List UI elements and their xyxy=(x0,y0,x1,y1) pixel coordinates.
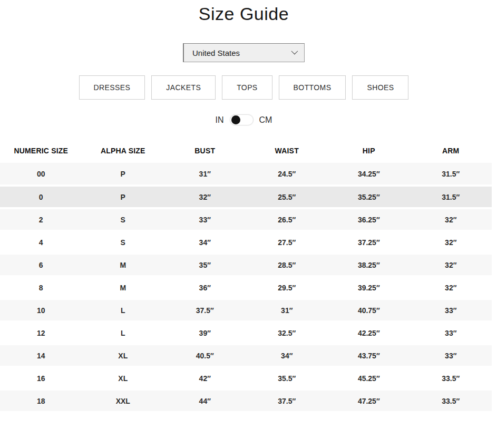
table-cell: 44″ xyxy=(164,389,246,412)
chevron-down-icon xyxy=(291,48,298,55)
category-tab-tops[interactable]: TOPS xyxy=(222,75,272,100)
table-cell: XXL xyxy=(82,389,164,412)
table-cell: 33″ xyxy=(410,299,492,322)
table-cell: 0 xyxy=(0,186,82,208)
table-cell: 37.25″ xyxy=(328,231,410,254)
table-cell: 12 xyxy=(0,322,82,344)
table-cell: P xyxy=(82,186,164,208)
category-tab-jackets[interactable]: JACKETS xyxy=(151,75,216,100)
table-cell: 24.5″ xyxy=(246,163,328,186)
table-row: 4S34″27.5″37.25″32″ xyxy=(0,231,492,254)
table-row: 16XL42″35.5″45.25″33.5″ xyxy=(0,367,492,389)
country-select-row: United States xyxy=(0,43,488,62)
table-cell: 18 xyxy=(0,389,82,412)
table-cell: L xyxy=(82,299,164,322)
table-cell: XL xyxy=(82,367,164,389)
table-cell: M xyxy=(82,276,164,299)
table-cell: S xyxy=(82,208,164,231)
table-cell: 31″ xyxy=(164,163,246,186)
column-header: BUST xyxy=(164,141,246,163)
category-tabs: DRESSESJACKETSTOPSBOTTOMSSHOES xyxy=(0,75,488,100)
table-cell: 47.25″ xyxy=(328,389,410,412)
toggle-knob xyxy=(231,115,240,124)
table-cell: P xyxy=(82,163,164,186)
table-cell: 33″ xyxy=(164,208,246,231)
size-table: NUMERIC SIZEALPHA SIZEBUSTWAISTHIPARM 00… xyxy=(0,141,492,413)
table-row: 12L39″32.5″42.25″33″ xyxy=(0,322,492,344)
column-header: ALPHA SIZE xyxy=(82,141,164,163)
table-cell: 37.5″ xyxy=(164,299,246,322)
table-cell: S xyxy=(82,231,164,254)
size-guide-panel: Size Guide United States DRESSESJACKETST… xyxy=(0,0,488,125)
unit-toggle-row: IN CM xyxy=(0,114,488,125)
country-select-value: United States xyxy=(192,48,240,57)
table-cell: 39.25″ xyxy=(328,276,410,299)
table-cell: 26.5″ xyxy=(246,208,328,231)
table-cell: 28.5″ xyxy=(246,254,328,276)
table-cell: 29.5″ xyxy=(246,276,328,299)
table-cell: 27.5″ xyxy=(246,231,328,254)
table-row: 0P32″25.5″35.25″31.5″ xyxy=(0,186,492,208)
table-row: 10L37.5″31″40.75″33″ xyxy=(0,299,492,322)
table-cell: 32″ xyxy=(164,186,246,208)
unit-label-cm[interactable]: CM xyxy=(259,115,272,125)
table-cell: 36.25″ xyxy=(328,208,410,231)
table-cell: 31″ xyxy=(246,299,328,322)
table-cell: M xyxy=(82,254,164,276)
table-cell: 36″ xyxy=(164,276,246,299)
table-cell: L xyxy=(82,322,164,344)
table-row: 8M36″29.5″39.25″32″ xyxy=(0,276,492,299)
table-cell: 40.5″ xyxy=(164,344,246,367)
table-cell: 34″ xyxy=(246,344,328,367)
table-cell: 33.5″ xyxy=(410,367,492,389)
table-cell: 14 xyxy=(0,344,82,367)
table-cell: 33″ xyxy=(410,322,492,344)
unit-toggle-switch[interactable] xyxy=(230,114,254,125)
table-cell: 35.5″ xyxy=(246,367,328,389)
page-title: Size Guide xyxy=(0,0,488,24)
table-cell: 31.5″ xyxy=(410,163,492,186)
unit-label-in[interactable]: IN xyxy=(216,115,224,125)
column-header: HIP xyxy=(328,141,410,163)
table-cell: 43.75″ xyxy=(328,344,410,367)
table-cell: 4 xyxy=(0,231,82,254)
table-cell: 32″ xyxy=(410,254,492,276)
table-row: 18XXL44″37.5″47.25″33.5″ xyxy=(0,389,492,412)
table-cell: 45.25″ xyxy=(328,367,410,389)
country-select[interactable]: United States xyxy=(183,43,305,62)
table-row: 6M35″28.5″38.25″32″ xyxy=(0,254,492,276)
table-cell: 37.5″ xyxy=(246,389,328,412)
table-cell: 16 xyxy=(0,367,82,389)
table-cell: 42.25″ xyxy=(328,322,410,344)
table-cell: 38.25″ xyxy=(328,254,410,276)
table-row: 00P31″24.5″34.25″31.5″ xyxy=(0,163,492,186)
table-cell: 35.25″ xyxy=(328,186,410,208)
size-table-header: NUMERIC SIZEALPHA SIZEBUSTWAISTHIPARM xyxy=(0,141,492,163)
category-tab-shoes[interactable]: SHOES xyxy=(352,75,408,100)
table-cell: 42″ xyxy=(164,367,246,389)
category-tab-bottoms[interactable]: BOTTOMS xyxy=(279,75,346,100)
table-cell: 39″ xyxy=(164,322,246,344)
table-cell: 35″ xyxy=(164,254,246,276)
table-cell: 32″ xyxy=(410,276,492,299)
table-cell: 00 xyxy=(0,163,82,186)
column-header: WAIST xyxy=(246,141,328,163)
category-tab-dresses[interactable]: DRESSES xyxy=(79,75,145,100)
table-cell: 10 xyxy=(0,299,82,322)
table-cell: 33.5″ xyxy=(410,389,492,412)
table-cell: 32″ xyxy=(410,231,492,254)
table-cell: 2 xyxy=(0,208,82,231)
table-cell: XL xyxy=(82,344,164,367)
table-cell: 33″ xyxy=(410,344,492,367)
table-cell: 31.5″ xyxy=(410,186,492,208)
table-row: 14XL40.5″34″43.75″33″ xyxy=(0,344,492,367)
table-cell: 32.5″ xyxy=(246,322,328,344)
table-cell: 34.25″ xyxy=(328,163,410,186)
table-cell: 8 xyxy=(0,276,82,299)
table-cell: 40.75″ xyxy=(328,299,410,322)
table-cell: 32″ xyxy=(410,208,492,231)
column-header: ARM xyxy=(410,141,492,163)
table-cell: 34″ xyxy=(164,231,246,254)
table-cell: 6 xyxy=(0,254,82,276)
table-row: 2S33″26.5″36.25″32″ xyxy=(0,208,492,231)
